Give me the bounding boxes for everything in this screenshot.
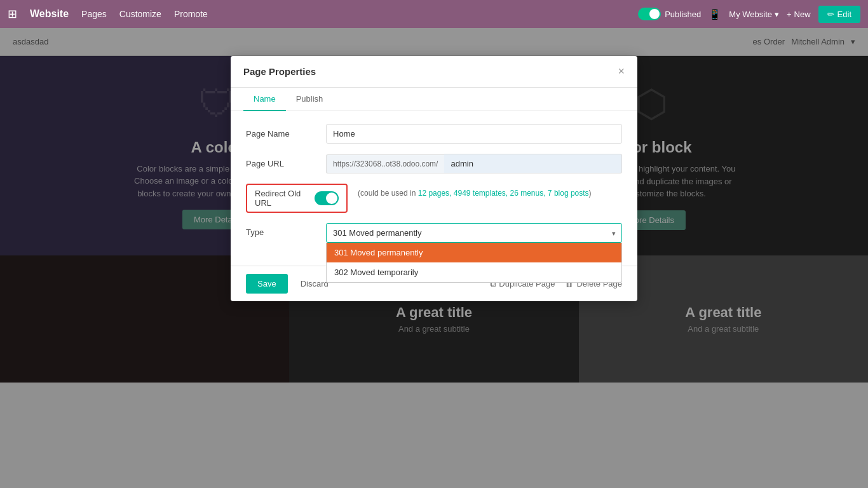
page-background: asdasdad es Order Mitchell Admin ▾ 🛡 A c… <box>0 28 868 488</box>
top-navigation: ⊞ Website Pages Customize Promote Publis… <box>0 0 868 28</box>
modal-close-button[interactable]: × <box>618 65 625 78</box>
type-label: Type <box>246 223 316 237</box>
type-dropdown-list: 301 Moved permanently 302 Moved temporar… <box>326 243 622 283</box>
mobile-icon[interactable]: 📱 <box>709 8 721 20</box>
modal-header: Page Properties × <box>231 56 637 88</box>
chevron-down-icon: ▾ <box>775 10 779 19</box>
url-input[interactable] <box>444 154 622 173</box>
redirect-row: Redirect Old URL (could be used in 12 pa… <box>246 184 622 213</box>
url-field-group: https://323068..ot38.odoo.com/ <box>326 154 622 173</box>
page-name-input[interactable] <box>326 124 622 144</box>
page-name-row: Page Name <box>246 124 622 144</box>
nav-customize[interactable]: Customize <box>119 9 161 19</box>
modal-tabs: Name Publish <box>231 88 637 111</box>
grid-icon[interactable]: ⊞ <box>8 7 17 21</box>
type-dropdown[interactable]: 301 Moved permanently <box>326 223 622 243</box>
redirect-label-box: Redirect Old URL <box>246 184 348 213</box>
nav-links: Pages Customize Promote <box>81 9 208 19</box>
url-prefix: https://323068..ot38.odoo.com/ <box>326 154 444 173</box>
modal-title: Page Properties <box>243 66 316 77</box>
published-toggle[interactable]: Published <box>638 8 701 20</box>
page-name-label: Page Name <box>246 129 316 139</box>
nav-right: Published 📱 My Website ▾ + New ✏ Edit <box>638 6 860 23</box>
tab-name[interactable]: Name <box>243 88 286 111</box>
page-properties-modal: Page Properties × Name Publish Page Name… <box>231 56 637 301</box>
my-website-button[interactable]: My Website ▾ <box>729 10 779 19</box>
nav-pages[interactable]: Pages <box>81 9 107 19</box>
new-button[interactable]: + New <box>787 10 811 19</box>
edit-button[interactable]: ✏ Edit <box>818 6 860 23</box>
page-url-label: Page URL <box>246 159 316 168</box>
redirect-hint: (could be used in 12 pages, 4949 templat… <box>358 184 622 199</box>
nav-promote[interactable]: Promote <box>174 9 208 19</box>
save-button[interactable]: Save <box>246 274 288 294</box>
type-row: Type 301 Moved permanently ▾ 301 Moved p… <box>246 223 622 243</box>
published-switch[interactable] <box>638 8 661 20</box>
page-url-row: Page URL https://323068..ot38.odoo.com/ <box>246 154 622 173</box>
redirect-toggle[interactable] <box>315 191 339 205</box>
tab-publish[interactable]: Publish <box>286 88 334 111</box>
dropdown-option-301[interactable]: 301 Moved permanently <box>327 243 621 262</box>
pencil-icon: ✏ <box>827 10 834 19</box>
modal-body: Page Name Page URL https://323068..ot38.… <box>231 111 637 266</box>
redirect-hint-link[interactable]: 12 pages, 4949 templates, 26 menus, 7 bl… <box>418 189 589 198</box>
brand-logo: Website <box>30 8 69 20</box>
type-dropdown-wrapper: 301 Moved permanently ▾ 301 Moved perman… <box>326 223 622 243</box>
dropdown-option-302[interactable]: 302 Moved temporarily <box>327 262 621 282</box>
redirect-label: Redirect Old URL <box>255 189 308 208</box>
